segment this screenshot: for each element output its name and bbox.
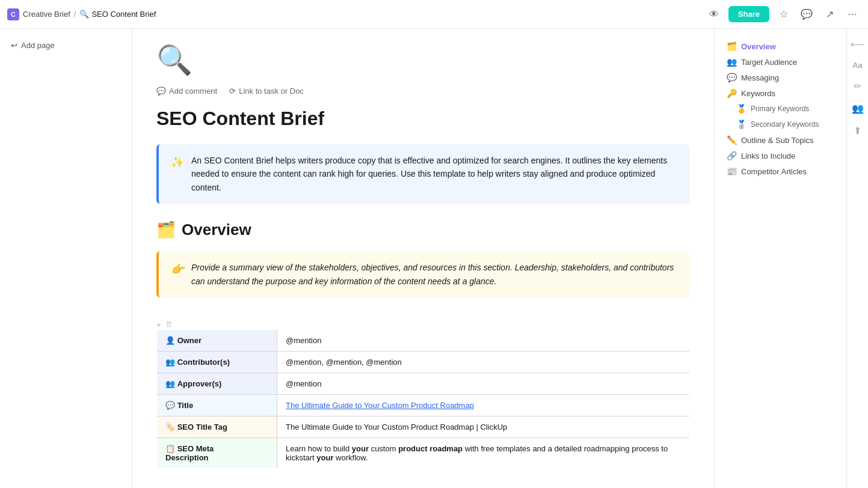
outline-emoji: ✏️ [727,135,737,145]
outline-label: Overview [741,42,776,51]
overview-title: Overview [182,221,251,239]
yellow-callout-text: Provide a summary view of the stakeholde… [191,261,678,288]
more-icon[interactable]: ⋯ [844,6,861,23]
outline-label: Links to Include [741,151,795,160]
export-icon[interactable]: ↗ [821,6,838,23]
seo-title-label: 🏷️ SEO Title Tag [157,416,277,438]
outline-emoji: 🥈 [736,120,746,129]
yellow-callout: 👉 Provide a summary view of the stakehol… [156,251,690,297]
outline-label: Keywords [741,89,775,98]
blue-callout: ✨ An SEO Content Brief helps writers pro… [156,144,690,204]
edit-icon[interactable]: ✏ [854,81,861,92]
approvers-label: 👥 Approver(s) [157,373,277,394]
outline-emoji: 📰 [727,166,737,176]
table-row: 👤 Owner @mention [157,329,690,351]
font-size-icon[interactable]: Aa [852,61,863,70]
outline-label: Outline & Sub Topics [741,136,813,145]
action-bar: 💬 Add comment ⟳ Link to task or Doc [156,87,690,96]
app-logo: C [7,8,19,20]
yellow-callout-emoji: 👉 [171,261,184,288]
outline-label: Target Audience [741,58,797,67]
outline-emoji: 🔑 [727,88,737,98]
seo-title-value[interactable]: The Ultimate Guide to Your Custom Produc… [277,416,690,438]
content-area: 🔍 💬 Add comment ⟳ Link to task or Doc SE… [132,29,714,488]
topbar-left: C Creative Brief / 🔍 SEO Content Brief [7,8,706,20]
comment-icon: 💬 [156,87,166,96]
overview-table: 👤 Owner @mention 👥 Contributor(s) @menti… [156,329,690,469]
outline-label: Primary Keywords [751,105,809,113]
table-row: 💬 Title The Ultimate Guide to Your Custo… [157,394,690,416]
link-task-button[interactable]: ⟳ Link to task or Doc [229,87,304,96]
link-task-label: Link to task or Doc [239,87,304,96]
topbar-right: 👁 Share ☆ 💬 ↗ ⋯ [706,6,861,23]
owner-label: 👤 Owner [157,329,277,351]
outline-item-primary-keywords[interactable]: 🥇Primary Keywords [722,101,839,117]
outline-item-outline---sub-topics[interactable]: ✏️Outline & Sub Topics [722,132,839,148]
outline-label: Messaging [741,73,779,82]
outline-label: Competitor Articles [741,167,807,176]
blue-callout-text: An SEO Content Brief helps writers produ… [191,154,678,194]
table-row: 👥 Approver(s) @mention [157,373,690,394]
add-page-button[interactable]: ↩ Add page [7,38,125,52]
table-wrapper: + ⠿ 👤 Owner @mention 👥 Contributor(s) @m… [156,314,690,469]
visibility-icon[interactable]: 👁 [706,6,722,23]
blue-callout-emoji: ✨ [171,154,184,194]
outline-item-links-to-include[interactable]: 🔗Links to Include [722,148,839,163]
add-page-label: Add page [21,41,55,50]
breadcrumb-current-label: SEO Content Brief [91,10,156,19]
outline-label: Secondary Keywords [751,120,819,129]
outline-list: 🗂️Overview👥Target Audience💬Messaging🔑Key… [722,38,839,179]
table-row: 🏷️ SEO Title Tag The Ultimate Guide to Y… [157,416,690,438]
comment-icon[interactable]: 💬 [798,6,815,23]
breadcrumb-parent[interactable]: Creative Brief [23,10,70,19]
contributors-label: 👥 Contributor(s) [157,351,277,373]
collaborators-icon[interactable]: 👥 [852,103,864,114]
overview-heading: 🗂️ Overview [156,221,690,239]
outline-sidebar: 🗂️Overview👥Target Audience💬Messaging🔑Key… [714,29,846,488]
seo-meta-label: 📋 SEO MetaDescription [157,438,277,468]
star-icon[interactable]: ☆ [775,6,792,23]
left-sidebar: ↩ Add page [0,29,132,488]
title-link[interactable]: The Ultimate Guide to Your Custom Produc… [286,401,474,410]
outline-emoji: 👥 [727,57,737,67]
doc-icon: 🔍 [156,43,690,77]
drag-handle-icon[interactable]: ⠿ [166,314,172,329]
breadcrumb-separator: / [74,10,76,19]
outline-item-competitor-articles[interactable]: 📰Competitor Articles [722,163,839,179]
outline-item-keywords[interactable]: 🔑Keywords [722,85,839,101]
topbar: C Creative Brief / 🔍 SEO Content Brief 👁… [0,0,868,29]
add-row-icon[interactable]: + [156,314,161,329]
outline-emoji: 🥇 [736,104,746,114]
share-button[interactable]: Share [728,6,769,22]
table-row: 📋 SEO MetaDescription Learn how to build… [157,438,690,468]
add-comment-label: Add comment [169,87,217,96]
title-label: 💬 Title [157,394,277,416]
add-page-icon: ↩ [11,41,17,50]
overview-emoji: 🗂️ [156,221,176,239]
doc-title: SEO Content Brief [156,108,690,130]
link-icon: ⟳ [229,87,236,96]
owner-value[interactable]: @mention [277,329,690,351]
title-value[interactable]: The Ultimate Guide to Your Custom Produc… [277,394,690,416]
export-doc-icon[interactable]: ⬆ [854,125,861,136]
outline-item-overview[interactable]: 🗂️Overview [722,38,839,54]
outline-emoji: 🗂️ [727,41,737,51]
table-row: 👥 Contributor(s) @mention, @mention, @me… [157,351,690,373]
seo-meta-value[interactable]: Learn how to build your custom product r… [277,438,690,468]
collapse-panel-icon[interactable]: ⟵ [851,38,864,50]
contributors-value[interactable]: @mention, @mention, @mention [277,351,690,373]
outline-emoji: 💬 [727,73,737,82]
right-tools-bar: ⟵ Aa ✏ 👥 ⬆ [846,29,868,488]
add-comment-button[interactable]: 💬 Add comment [156,87,217,96]
outline-emoji: 🔗 [727,151,737,160]
outline-item-messaging[interactable]: 💬Messaging [722,70,839,85]
main-layout: ↩ Add page 🔍 💬 Add comment ⟳ Link to tas… [0,29,868,488]
approvers-value[interactable]: @mention [277,373,690,394]
breadcrumb-current: 🔍 SEO Content Brief [79,10,156,19]
right-panel: 🗂️Overview👥Target Audience💬Messaging🔑Key… [714,29,868,488]
outline-item-target-audience[interactable]: 👥Target Audience [722,54,839,70]
outline-item-secondary-keywords[interactable]: 🥈Secondary Keywords [722,117,839,132]
breadcrumb-icon: 🔍 [79,10,89,19]
breadcrumb: Creative Brief / 🔍 SEO Content Brief [23,10,156,19]
